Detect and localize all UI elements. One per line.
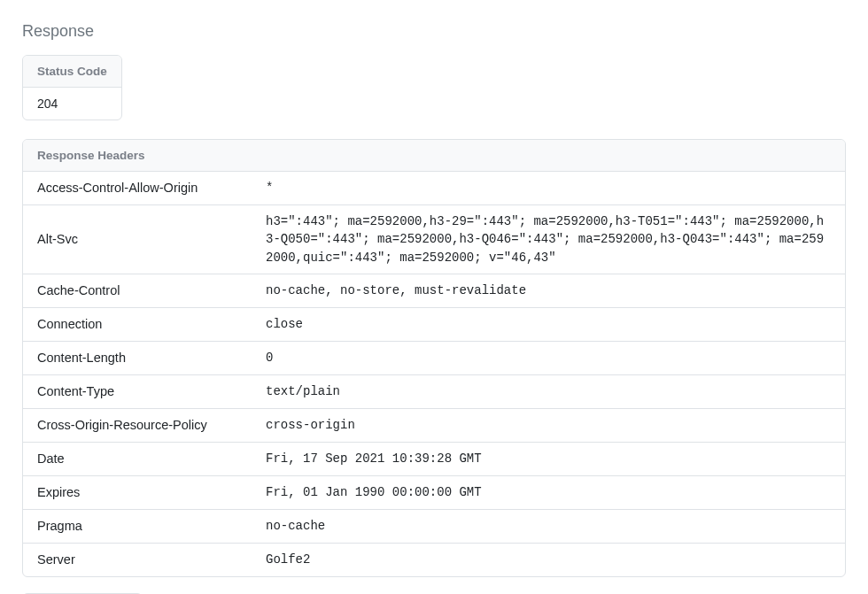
table-row: Content-Typetext/plain [23, 374, 845, 408]
header-value: close [252, 307, 845, 341]
response-headers-table: Access-Control-Allow-Origin*Alt-Svch3=":… [23, 172, 845, 576]
header-value: no-cache, no-store, must-revalidate [252, 274, 845, 307]
header-value: h3=":443"; ma=2592000,h3-29=":443"; ma=2… [252, 205, 845, 274]
header-key: Pragma [23, 510, 252, 544]
header-value: Golfe2 [252, 544, 845, 577]
header-value: 0 [252, 341, 845, 374]
header-key: Cross-Origin-Resource-Policy [23, 408, 252, 442]
table-row: Cache-Controlno-cache, no-store, must-re… [23, 274, 845, 307]
header-key: Access-Control-Allow-Origin [23, 172, 252, 205]
response-headers-label: Response Headers [23, 140, 845, 172]
table-row: DateFri, 17 Sep 2021 10:39:28 GMT [23, 442, 845, 475]
status-code-panel: Status Code 204 [22, 55, 122, 120]
table-row: Content-Length0 [23, 341, 845, 374]
table-row: Access-Control-Allow-Origin* [23, 172, 845, 205]
table-row: ServerGolfe2 [23, 544, 845, 577]
header-value: text/plain [252, 374, 845, 408]
response-headers-body: Access-Control-Allow-Origin*Alt-Svch3=":… [23, 172, 845, 576]
header-key: Content-Length [23, 341, 252, 374]
header-value: Fri, 01 Jan 1990 00:00:00 GMT [252, 476, 845, 510]
response-headers-panel: Response Headers Access-Control-Allow-Or… [22, 139, 846, 577]
table-row: Connectionclose [23, 307, 845, 341]
header-key: Date [23, 442, 252, 475]
header-value: no-cache [252, 510, 845, 544]
header-value: cross-origin [252, 408, 845, 442]
table-row: Pragmano-cache [23, 510, 845, 544]
header-key: Alt-Svc [23, 205, 252, 274]
header-value: * [252, 172, 845, 205]
table-row: Alt-Svch3=":443"; ma=2592000,h3-29=":443… [23, 205, 845, 274]
header-key: Server [23, 544, 252, 577]
header-key: Content-Type [23, 374, 252, 408]
header-key: Connection [23, 307, 252, 341]
header-value: Fri, 17 Sep 2021 10:39:28 GMT [252, 442, 845, 475]
table-row: ExpiresFri, 01 Jan 1990 00:00:00 GMT [23, 476, 845, 510]
header-key: Expires [23, 476, 252, 510]
status-code-value: 204 [23, 88, 121, 120]
status-code-label: Status Code [23, 56, 121, 88]
header-key: Cache-Control [23, 274, 252, 307]
table-row: Cross-Origin-Resource-Policycross-origin [23, 408, 845, 442]
page-title: Response [22, 22, 846, 41]
